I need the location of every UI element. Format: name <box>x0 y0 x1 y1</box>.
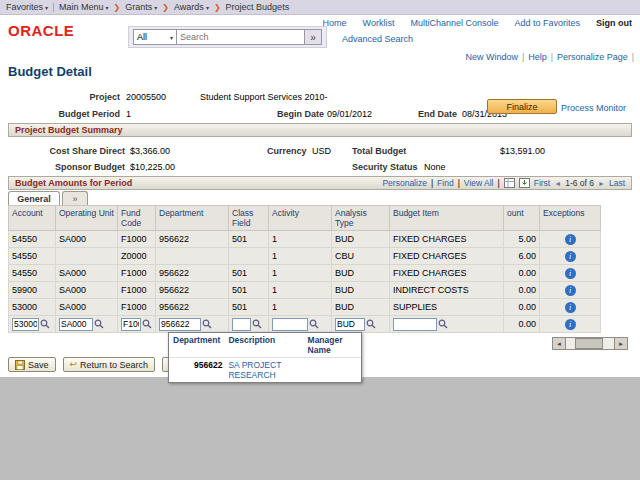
show-all-columns-tab[interactable]: » <box>62 191 88 205</box>
multichannel-console-link[interactable]: MultiChannel Console <box>410 18 498 28</box>
activity-lookup-icon[interactable] <box>309 319 319 329</box>
add-to-favorites-link[interactable]: Add to Favorites <box>514 18 580 28</box>
exception-info-icon[interactable]: i <box>565 251 576 262</box>
help-link[interactable]: Help <box>528 52 547 62</box>
last-link[interactable]: Last <box>609 178 625 188</box>
save-button[interactable]: Save <box>8 357 56 372</box>
cell-class-field: 501 <box>229 231 269 248</box>
col-exceptions: Exceptions <box>540 206 601 231</box>
cell-operating-unit: SA000 <box>56 299 118 316</box>
grid-horizontal-scrollbar[interactable]: ◄ ► <box>552 337 628 350</box>
previous-page-icon[interactable]: ◄ <box>554 180 561 187</box>
zoom-grid-icon[interactable] <box>504 178 515 188</box>
col-fund-code[interactable]: Fund Code <box>118 206 156 231</box>
finalize-button[interactable]: Finalize <box>487 99 557 114</box>
search-go-button[interactable]: » <box>305 29 322 45</box>
row-range: 1-6 of 6 <box>565 178 594 188</box>
exception-info-icon[interactable]: i <box>565 285 576 296</box>
worklist-link[interactable]: Worklist <box>363 18 395 28</box>
sign-out-link[interactable]: Sign out <box>596 18 632 28</box>
pipe-separator: | <box>431 178 433 188</box>
top-links: Home Worklist MultiChannel Console Add t… <box>323 18 632 28</box>
cell-amount: 6.00 <box>504 248 540 265</box>
pipe-separator: | <box>458 178 460 188</box>
exception-info-icon[interactable]: i <box>565 319 576 330</box>
cell-class-field: 501 <box>229 265 269 282</box>
scrollbar-track[interactable] <box>566 338 614 349</box>
cell-analysis-type: BUD <box>332 299 390 316</box>
col-class-field[interactable]: Class Field <box>229 206 269 231</box>
operating-unit-input[interactable] <box>59 318 93 331</box>
col-amount[interactable]: ount <box>504 206 540 231</box>
budget-item-input[interactable] <box>393 318 437 331</box>
class-field-lookup-icon[interactable] <box>252 319 262 329</box>
view-all-link[interactable]: View All <box>464 178 494 188</box>
first-link[interactable]: First <box>534 178 551 188</box>
account-input[interactable] <box>12 318 39 331</box>
grid-section-title: Budget Amounts for Period <box>15 178 132 188</box>
return-to-search-button[interactable]: ↩ Return to Search <box>63 357 156 372</box>
cell-class-field: 501 <box>229 282 269 299</box>
menu-main-menu[interactable]: Main Menu ▾ <box>59 2 109 12</box>
grid-row-5: 53000 SA000 F1000 956622 501 1 BUD SUPPL… <box>9 299 601 316</box>
menu-favorites[interactable]: Favorites ▾ <box>6 2 48 12</box>
breadcrumb-grants[interactable]: Grants ▾ <box>125 2 157 12</box>
budget-item-lookup-icon[interactable] <box>438 319 448 329</box>
begin-date-label: Begin Date <box>277 109 324 119</box>
pipe-separator: | <box>632 52 634 62</box>
department-lookup-icon[interactable] <box>202 319 212 329</box>
exception-info-icon[interactable]: i <box>565 268 576 279</box>
lookup-result-row[interactable]: 956622 SA PROJECT RESEARCH <box>169 358 361 382</box>
download-grid-icon[interactable] <box>519 178 530 188</box>
next-page-icon[interactable]: ► <box>598 180 605 187</box>
col-analysis-type[interactable]: Analysis Type <box>332 206 390 231</box>
tab-general[interactable]: General <box>8 191 60 205</box>
fund-code-lookup-icon[interactable] <box>142 319 152 329</box>
cell-fund-code: F1000 <box>118 299 156 316</box>
cell-activity: 1 <box>269 248 332 265</box>
analysis-type-input[interactable] <box>335 318 365 331</box>
col-operating-unit[interactable]: Operating Unit <box>56 206 118 231</box>
project-description: Student Support Services 2010- <box>200 92 328 102</box>
exception-info-icon[interactable]: i <box>565 234 576 245</box>
scrollbar-thumb[interactable] <box>575 338 603 349</box>
cell-budget-item: FIXED CHARGES <box>390 248 504 265</box>
cell-account: 54550 <box>9 231 56 248</box>
class-field-input[interactable] <box>232 318 251 331</box>
search-input[interactable] <box>177 29 305 45</box>
scroll-left-icon[interactable]: ◄ <box>553 338 566 349</box>
lookup-col-department[interactable]: Department <box>173 335 228 355</box>
col-activity[interactable]: Activity <box>269 206 332 231</box>
cell-account: 59900 <box>9 282 56 299</box>
cell-analysis-type: CBU <box>332 248 390 265</box>
col-budget-item[interactable]: Budget Item <box>390 206 504 231</box>
breadcrumb-awards[interactable]: Awards ▾ <box>174 2 209 12</box>
pipe-separator: | <box>497 178 499 188</box>
cell-department: 956622 <box>156 282 229 299</box>
col-department[interactable]: Department <box>156 206 229 231</box>
lookup-col-manager[interactable]: Manager Name <box>308 335 357 355</box>
cell-operating-unit <box>56 248 118 265</box>
account-lookup-icon[interactable] <box>40 319 50 329</box>
analysis-type-lookup-icon[interactable] <box>366 319 376 329</box>
budget-period-value: 1 <box>126 109 131 119</box>
cell-analysis-type: BUD <box>332 231 390 248</box>
breadcrumb-project-budgets[interactable]: Project Budgets <box>226 2 290 12</box>
process-monitor-link[interactable]: Process Monitor <box>561 103 626 113</box>
find-link[interactable]: Find <box>437 178 454 188</box>
fund-code-input[interactable] <box>121 318 141 331</box>
operating-unit-lookup-icon[interactable] <box>94 319 104 329</box>
search-scope-select[interactable]: All ▾ <box>133 29 177 45</box>
personalize-link[interactable]: Personalize <box>382 178 426 188</box>
menu-favorites-label: Favorites <box>6 2 43 12</box>
exception-info-icon[interactable]: i <box>565 302 576 313</box>
lookup-col-description[interactable]: Description <box>228 335 307 355</box>
personalize-page-link[interactable]: Personalize Page <box>557 52 628 62</box>
activity-input[interactable] <box>272 318 308 331</box>
department-input[interactable] <box>159 318 201 331</box>
col-account[interactable]: Account <box>9 206 56 231</box>
advanced-search-link[interactable]: Advanced Search <box>342 34 413 44</box>
cell-exceptions: i <box>540 248 601 265</box>
new-window-link[interactable]: New Window <box>465 52 518 62</box>
scroll-right-icon[interactable]: ► <box>614 338 627 349</box>
